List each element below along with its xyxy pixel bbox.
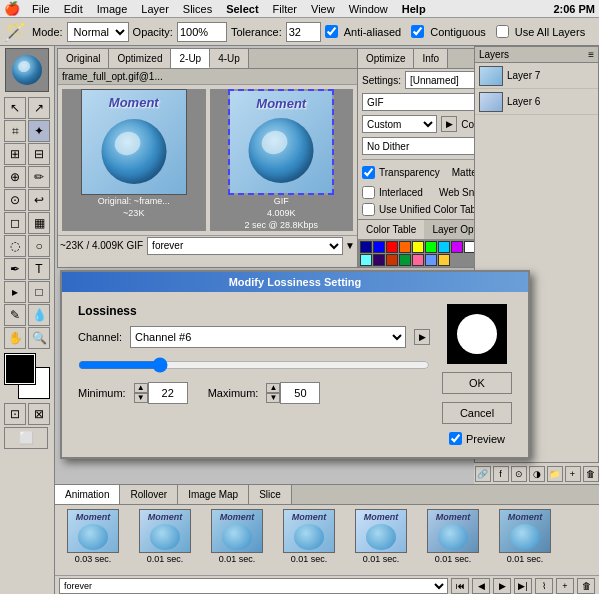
clone-tool[interactable]: ⊙ [4,189,26,211]
tab-4up[interactable]: 4-Up [210,49,249,68]
minimum-down-btn[interactable]: ▼ [134,393,148,403]
tab-optimize[interactable]: Optimize [358,49,414,68]
color-picker[interactable] [5,354,49,398]
next-frame-btn[interactable]: ▶| [514,578,532,594]
pen-tool[interactable]: ✒ [4,258,26,280]
color-swatch[interactable] [412,254,424,266]
contiguous-checkbox[interactable] [411,25,424,38]
channel-select[interactable]: Channel #6 [130,326,406,348]
color-swatch[interactable] [373,254,385,266]
maximum-up-btn[interactable]: ▲ [266,383,280,393]
hand-tool[interactable]: ✋ [4,327,26,349]
selection-tool[interactable]: ↖ [4,97,26,119]
list-item[interactable]: Moment 0.01 sec. [203,509,271,571]
apple-logo[interactable]: 🍎 [4,1,20,16]
magic-wand-tool[interactable]: ✦ [28,120,50,142]
menu-view[interactable]: View [305,2,341,16]
list-item[interactable]: Moment 0.01 sec. [347,509,415,571]
preview-checkbox[interactable] [449,432,462,445]
tolerance-input[interactable] [286,22,321,42]
direct-select-tool[interactable]: ↗ [28,97,50,119]
play-btn[interactable]: ▶ [493,578,511,594]
layer-adj-btn[interactable]: ◑ [529,466,545,482]
color-swatch[interactable] [425,241,437,253]
menu-file[interactable]: File [26,2,56,16]
color-swatch[interactable] [438,241,450,253]
palette-options-btn[interactable]: ▶ [441,116,457,132]
tab-info[interactable]: Info [414,49,448,68]
tab-image-map[interactable]: Image Map [178,485,249,504]
prev-frame-btn[interactable]: ◀ [472,578,490,594]
duplicate-frame-btn[interactable]: + [556,578,574,594]
menu-window[interactable]: Window [343,2,394,16]
blur-tool[interactable]: ◌ [4,235,26,257]
type-tool[interactable]: T [28,258,50,280]
channel-options-btn[interactable]: ▶ [414,329,430,345]
quickmask-btn[interactable]: ⊠ [28,403,50,425]
lasso-tool[interactable]: ⌗ [4,120,26,142]
menu-image[interactable]: Image [91,2,134,16]
color-swatch[interactable] [399,254,411,266]
color-swatch[interactable] [438,254,450,266]
layer-7-item[interactable]: Layer 7 [475,63,598,89]
gradient-tool[interactable]: ▦ [28,212,50,234]
fullscreen-btn[interactable]: ⬜ [4,427,48,449]
unified-color-checkbox[interactable] [362,203,375,216]
tween-btn[interactable]: ⌇ [535,578,553,594]
layer-delete-btn[interactable]: 🗑 [583,466,599,482]
path-select-tool[interactable]: ▸ [4,281,26,303]
notes-tool[interactable]: ✎ [4,304,26,326]
minimum-stepper[interactable]: ▲ ▼ [134,383,148,403]
menu-filter[interactable]: Filter [267,2,303,16]
crop-tool[interactable]: ⊞ [4,143,26,165]
list-item[interactable]: Moment 0.03 sec. [59,509,127,571]
original-image-box[interactable]: Moment [81,89,187,195]
menu-edit[interactable]: Edit [58,2,89,16]
first-frame-btn[interactable]: ⏮ [451,578,469,594]
layers-menu-btn[interactable]: ≡ [588,49,594,60]
brush-tool[interactable]: ✏ [28,166,50,188]
tab-2up[interactable]: 2-Up [171,49,210,68]
patch-tool[interactable]: ⊕ [4,166,26,188]
history-brush-tool[interactable]: ↩ [28,189,50,211]
foreground-color[interactable] [5,354,35,384]
maximum-down-btn[interactable]: ▼ [266,393,280,403]
maximum-stepper[interactable]: ▲ ▼ [266,383,280,403]
cancel-button[interactable]: Cancel [442,402,512,424]
shape-tool[interactable]: □ [28,281,50,303]
tab-rollover[interactable]: Rollover [120,485,178,504]
layer-6-item[interactable]: Layer 6 [475,89,598,115]
menu-help[interactable]: Help [396,2,432,16]
tab-color-table[interactable]: Color Table [358,220,424,239]
anti-aliased-checkbox[interactable] [325,25,338,38]
tab-slice[interactable]: Slice [249,485,292,504]
color-swatch[interactable] [373,241,385,253]
layer-mask-btn[interactable]: ⊙ [511,466,527,482]
tab-animation[interactable]: Animation [55,485,120,504]
opacity-input[interactable] [177,22,227,42]
optimized-image-box[interactable]: Moment [228,89,334,195]
color-swatch[interactable] [399,241,411,253]
transparency-checkbox[interactable] [362,166,375,179]
tab-original[interactable]: Original [58,49,109,68]
use-all-layers-checkbox[interactable] [496,25,509,38]
minimum-input[interactable] [148,382,188,404]
layer-fx-btn[interactable]: f [493,466,509,482]
tab-optimized[interactable]: Optimized [109,49,171,68]
list-item[interactable]: Moment 0.01 sec. [275,509,343,571]
zoom-tool[interactable]: 🔍 [28,327,50,349]
maximum-input[interactable] [280,382,320,404]
interlaced-checkbox[interactable] [362,186,375,199]
lossiness-slider[interactable] [78,356,430,374]
slice-tool[interactable]: ⊟ [28,143,50,165]
color-swatch[interactable] [425,254,437,266]
layer-new-btn[interactable]: + [565,466,581,482]
list-item[interactable]: Moment 0.01 sec. [491,509,559,571]
mode-select[interactable]: Normal [67,22,129,42]
color-swatch[interactable] [386,254,398,266]
dodge-tool[interactable]: ○ [28,235,50,257]
color-swatch[interactable] [360,254,372,266]
layer-folder-btn[interactable]: 📁 [547,466,563,482]
menu-slices[interactable]: Slices [177,2,218,16]
menu-layer[interactable]: Layer [135,2,175,16]
